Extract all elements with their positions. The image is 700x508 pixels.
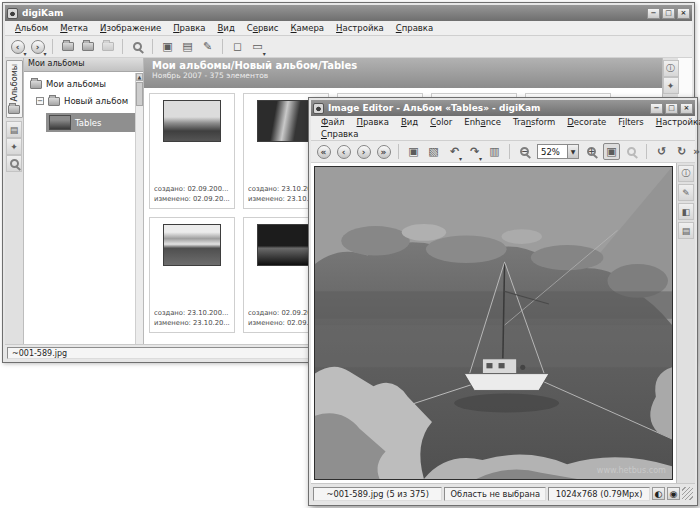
zoom-in-icon[interactable]: + — [582, 142, 601, 161]
search-icon[interactable] — [128, 37, 147, 56]
tags-tab-icon[interactable]: ✦ — [6, 138, 22, 155]
thumbnail-modified-label: изменено: 23.10.20... — [154, 318, 230, 328]
editor-canvas[interactable]: www.hetbus.com — [311, 163, 676, 483]
menu-item[interactable]: Enhance — [458, 116, 507, 128]
back-icon[interactable]: ‹ — [8, 37, 27, 56]
colors-tab-icon[interactable]: ◧ — [678, 203, 694, 220]
toolbar-separator — [509, 144, 510, 159]
select-tool-icon[interactable]: ◻ — [228, 37, 247, 56]
previous-image-icon[interactable]: ‹ — [334, 142, 353, 161]
properties-tab-icon[interactable]: ⓘ — [663, 60, 679, 77]
menu-item[interactable]: Альбом — [9, 22, 54, 34]
menu-item[interactable]: Color — [424, 116, 458, 128]
tags-filter-tab-icon[interactable]: ✦ — [663, 77, 679, 94]
scrollbar-thumb[interactable] — [136, 82, 143, 106]
editor-right-tabs: ⓘ✎◧▤ — [676, 163, 695, 483]
menu-item[interactable]: Метка — [54, 22, 94, 34]
image-view-icon[interactable]: ▣ — [158, 37, 177, 56]
toolbar-icon: ‹ — [11, 40, 25, 54]
menu-item[interactable]: Справка — [315, 128, 364, 140]
menu-item[interactable]: Filters — [612, 116, 650, 128]
albums-tab[interactable]: Альбомы — [6, 60, 23, 118]
zoom-select-icon[interactable] — [622, 142, 641, 161]
forward-icon[interactable]: › — [28, 37, 47, 56]
menu-item[interactable]: Справка — [390, 22, 439, 34]
overexposure-indicator-icon[interactable]: ◉ — [667, 487, 680, 500]
tree-item-tables[interactable]: Tables — [46, 113, 140, 132]
comments-tab-icon[interactable]: ▤ — [678, 222, 694, 239]
dates-tab-icon[interactable]: ▤ — [6, 121, 22, 138]
albums-tab-label: Альбомы — [10, 64, 19, 101]
next-image-icon[interactable]: › — [354, 142, 373, 161]
menu-item[interactable]: Правка — [167, 22, 211, 34]
menu-item[interactable]: Настройка — [650, 116, 700, 128]
properties-tab-icon[interactable]: ⓘ — [678, 165, 694, 182]
menu-item[interactable]: Настройка — [330, 22, 390, 34]
menu-item[interactable]: Вид — [395, 116, 424, 128]
tree-scrollbar[interactable]: ▲ — [135, 73, 143, 344]
chevron-down-icon[interactable]: ▼ — [567, 145, 578, 158]
slideshow-icon[interactable]: ▭ — [248, 37, 267, 56]
menu-item[interactable]: Изображение — [94, 22, 167, 34]
menu-item[interactable]: Камера — [285, 22, 331, 34]
undo-icon[interactable]: ↶ — [445, 142, 464, 161]
collapse-expander-icon[interactable]: − — [36, 97, 44, 105]
tree-item-my-albums[interactable]: Мои альбомы — [30, 79, 143, 89]
album-thumbnail-icon — [49, 115, 71, 130]
thumbnail-created-label: создано: 23.10.200... — [154, 308, 230, 318]
toolbar-separator — [646, 144, 647, 159]
edit-image-icon[interactable]: ✎ — [198, 37, 217, 56]
last-image-icon[interactable]: » — [374, 142, 393, 161]
menu-item[interactable]: Decorate — [561, 116, 612, 128]
toolbar-icon — [82, 42, 94, 51]
rotate-left-icon[interactable]: ↺ — [652, 142, 671, 161]
close-button[interactable]: × — [677, 8, 690, 19]
searches-tab-icon[interactable] — [6, 155, 22, 172]
tree-item-new-album[interactable]: − Новый альбом — [36, 96, 143, 106]
minimize-button[interactable]: − — [650, 103, 663, 114]
menu-item[interactable]: Transform — [507, 116, 561, 128]
menu-item[interactable]: Сервис — [241, 22, 285, 34]
delete-album-icon[interactable] — [98, 37, 117, 56]
toolbar-overflow-icon[interactable]: » — [693, 142, 700, 161]
thumbnail-image — [257, 224, 315, 266]
first-image-icon[interactable]: « — [314, 142, 333, 161]
redo-icon[interactable]: ↷ — [465, 142, 484, 161]
metadata-tab-icon[interactable]: ✎ — [678, 184, 694, 201]
editor-window-title: Image Editor - Альбом «Tables» - digiKam — [328, 103, 646, 113]
zoom-level-select[interactable]: 52% ▼ — [537, 144, 579, 159]
toolbar-icon: ↷ — [470, 145, 479, 158]
main-titlebar[interactable]: digiKam − □ × — [5, 5, 692, 21]
maximize-button[interactable]: □ — [665, 103, 678, 114]
minimize-button[interactable]: − — [647, 8, 660, 19]
editor-toolbar: «‹›» ▣▧ ↶↷▥ − 52% ▼ +▣ ↺↻ » — [311, 141, 695, 163]
fit-window-icon[interactable]: ▣ — [602, 142, 621, 161]
save-icon[interactable]: ▣ — [404, 142, 423, 161]
rotate-right-icon[interactable]: ↻ — [672, 142, 691, 161]
toolbar-icon — [102, 42, 114, 51]
menu-item[interactable]: Правка — [351, 116, 395, 128]
album-properties-icon[interactable] — [78, 37, 97, 56]
save-as-icon[interactable]: ▧ — [424, 142, 443, 161]
maximize-button[interactable]: □ — [662, 8, 675, 19]
main-menubar: АльбомМеткаИзображениеПравкаВидСервисКам… — [5, 21, 692, 36]
resize-grip[interactable] — [682, 487, 693, 500]
scroll-up-icon[interactable]: ▲ — [136, 73, 143, 81]
thumbnail-created-label: создано: 02.09.200... — [154, 184, 230, 194]
toolbar-icon: ▣ — [603, 143, 619, 160]
trash-icon[interactable]: ▥ — [485, 142, 504, 161]
editor-titlebar[interactable]: Image Editor - Альбом «Tables» - digiKam… — [311, 100, 695, 116]
image-stack-icon[interactable]: ▤ — [178, 37, 197, 56]
thumbnail-card[interactable]: создано: 02.09.200... изменено: 02.09.20… — [149, 93, 235, 209]
toolbar-icon: ↻ — [677, 145, 686, 158]
toolbar-separator — [398, 144, 399, 159]
new-album-icon[interactable] — [58, 37, 77, 56]
underexposure-indicator-icon[interactable]: ◐ — [652, 487, 665, 500]
thumbnail-card[interactable]: создано: 23.10.200... изменено: 23.10.20… — [149, 217, 235, 333]
toolbar-icon: ▤ — [182, 40, 192, 53]
menu-item[interactable]: Файл — [315, 116, 351, 128]
zoom-out-icon[interactable]: − — [515, 142, 534, 161]
menu-item[interactable]: Вид — [212, 22, 241, 34]
close-button[interactable]: × — [680, 103, 693, 114]
toolbar-icon: ◻ — [233, 40, 242, 53]
